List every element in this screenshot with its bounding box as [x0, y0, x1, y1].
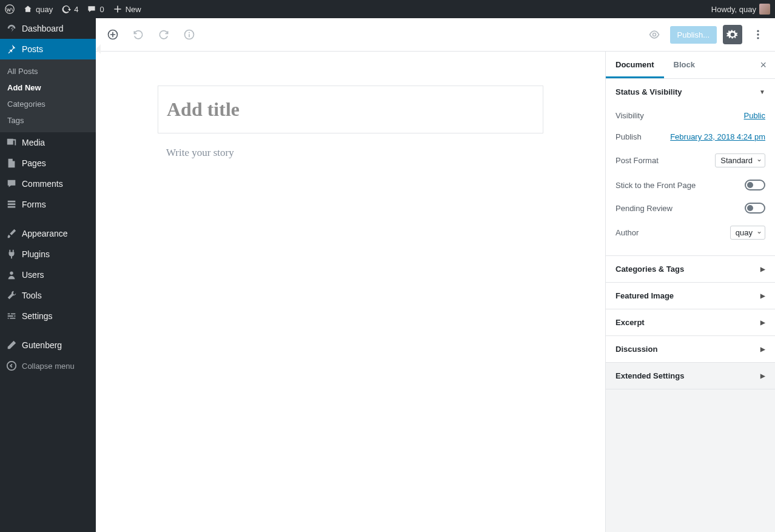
chevron-right-icon: ▶	[760, 319, 765, 326]
post-body-input[interactable]: Write your story	[158, 133, 543, 159]
sidebar-item-label: Media	[22, 138, 45, 147]
chevron-right-icon: ▶	[760, 346, 765, 352]
sidebar-item-label: Gutenberg	[22, 340, 62, 350]
stick-front-label: Stick to the Front Page	[616, 181, 696, 190]
panel-heading: Discussion	[616, 345, 657, 354]
updates-count: 4	[74, 5, 78, 14]
panel-categories-tags[interactable]: Categories & Tags ▶	[606, 256, 775, 282]
author-label: Author	[616, 228, 639, 237]
settings-panel: Document Block × Status & Visibility ▼ V…	[605, 52, 775, 532]
sidebar-item-label: Tools	[22, 291, 42, 300]
sidebar-item-posts[interactable]: Posts	[0, 39, 96, 59]
svg-point-9	[757, 37, 759, 39]
panel-featured-image[interactable]: Featured Image ▶	[606, 283, 775, 309]
sidebar-sub-add-new[interactable]: Add New	[0, 79, 96, 96]
sidebar-item-tools[interactable]: Tools	[0, 285, 96, 306]
chevron-right-icon: ▶	[760, 292, 765, 299]
panel-heading: Status & Visibility	[616, 87, 682, 96]
post-title-input[interactable]: Add title	[158, 86, 543, 133]
new-label: New	[126, 5, 141, 14]
sidebar-item-dashboard[interactable]: Dashboard	[0, 18, 96, 39]
howdy-user[interactable]: Howdy, quay	[711, 4, 770, 15]
svg-point-7	[757, 30, 759, 32]
svg-point-6	[653, 33, 656, 36]
sidebar-item-users[interactable]: Users	[0, 264, 96, 285]
sidebar-item-settings[interactable]: Settings	[0, 306, 96, 326]
panel-heading: Excerpt	[616, 318, 645, 327]
chevron-right-icon: ▶	[760, 266, 765, 272]
site-home-link[interactable]: quay	[23, 4, 53, 14]
svg-point-2	[7, 362, 16, 370]
site-name: quay	[36, 5, 53, 14]
editor-canvas: Add title Write your story	[96, 52, 605, 532]
comments-count: 0	[99, 5, 104, 14]
updates-link[interactable]: 4	[61, 4, 78, 14]
new-link[interactable]: New	[113, 4, 141, 14]
admin-bar: quay 4 0 New Howdy, quay	[0, 0, 775, 18]
svg-point-1	[10, 272, 13, 275]
svg-point-5	[189, 32, 190, 33]
settings-toggle-button[interactable]	[723, 25, 742, 44]
sidebar-item-appearance[interactable]: Appearance	[0, 223, 96, 244]
pending-review-label: Pending Review	[616, 204, 673, 213]
sidebar-sub-all-posts[interactable]: All Posts	[0, 63, 96, 79]
editor-toolbar: Publish...	[96, 18, 775, 52]
tab-block[interactable]: Block	[664, 52, 705, 78]
info-button[interactable]	[179, 25, 199, 44]
panel-excerpt[interactable]: Excerpt ▶	[606, 309, 775, 335]
chevron-down-icon: ▼	[759, 89, 765, 95]
add-block-button[interactable]	[103, 25, 122, 44]
panel-heading: Extended Settings	[616, 371, 684, 380]
sidebar-item-comments[interactable]: Comments	[0, 173, 96, 194]
author-select[interactable]: quay	[730, 226, 765, 240]
visibility-label: Visibility	[616, 111, 644, 120]
more-menu-button[interactable]	[748, 25, 768, 44]
publish-label: Publish	[616, 132, 642, 141]
publish-button[interactable]: Publish...	[670, 26, 717, 44]
sidebar-item-label: Users	[22, 270, 44, 280]
sidebar-item-label: Forms	[22, 200, 46, 209]
sidebar-item-forms[interactable]: Forms	[0, 194, 96, 215]
sidebar-item-gutenberg[interactable]: Gutenberg	[0, 335, 96, 355]
tab-document[interactable]: Document	[606, 52, 664, 78]
panel-discussion[interactable]: Discussion ▶	[606, 336, 775, 362]
sidebar-sub-categories[interactable]: Categories	[0, 96, 96, 112]
svg-point-8	[757, 33, 759, 35]
redo-button[interactable]	[154, 25, 173, 44]
sidebar-sub-tags[interactable]: Tags	[0, 112, 96, 129]
howdy-text: Howdy, quay	[711, 5, 756, 14]
sidebar-item-media[interactable]: Media	[0, 132, 96, 153]
visibility-value[interactable]: Public	[744, 111, 765, 120]
comments-link[interactable]: 0	[87, 4, 104, 14]
sidebar-item-plugins[interactable]: Plugins	[0, 244, 96, 264]
panel-heading: Featured Image	[616, 291, 674, 300]
sidebar-item-pages[interactable]: Pages	[0, 153, 96, 173]
panel-extended-settings[interactable]: Extended Settings ▶	[606, 363, 775, 389]
admin-sidebar: DashboardPostsAll PostsAdd NewCategories…	[0, 18, 96, 532]
sidebar-item-label: Plugins	[22, 249, 50, 259]
sidebar-item-label: Appearance	[22, 229, 68, 238]
publish-date[interactable]: February 23, 2018 4:24 pm	[670, 132, 765, 141]
close-panel-button[interactable]: ×	[751, 59, 775, 72]
preview-button[interactable]	[645, 25, 664, 44]
sidebar-item-label: Dashboard	[22, 24, 64, 33]
panel-status-visibility[interactable]: Status & Visibility ▼	[606, 79, 775, 105]
sidebar-item-label: Settings	[22, 311, 53, 321]
stick-front-toggle[interactable]	[745, 180, 765, 190]
collapse-menu-button[interactable]: Collapse menu	[0, 355, 96, 376]
sidebar-item-label: Comments	[22, 179, 63, 189]
avatar	[759, 4, 770, 15]
post-format-label: Post Format	[616, 156, 659, 165]
post-format-select[interactable]: Standard	[715, 153, 765, 167]
sidebar-item-label: Posts	[22, 44, 43, 54]
sidebar-item-label: Pages	[22, 158, 46, 168]
chevron-right-icon: ▶	[760, 372, 765, 379]
wp-logo[interactable]	[5, 4, 15, 14]
pending-review-toggle[interactable]	[745, 203, 765, 214]
undo-button[interactable]	[129, 25, 148, 44]
panel-heading: Categories & Tags	[616, 264, 684, 274]
